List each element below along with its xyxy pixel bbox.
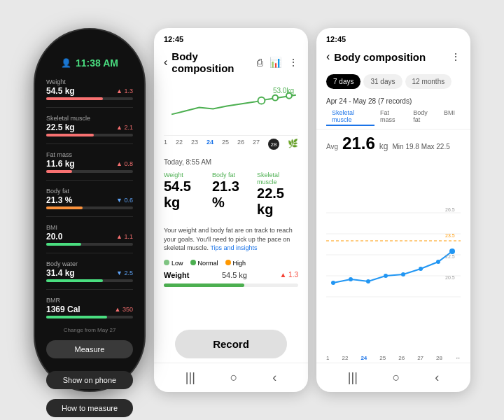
phone2-nav-home[interactable]: ○ [393,370,400,385]
watch-metric-row: Fat mass 11.6 kg ▲ 0.8 [46,151,133,173]
nav-back-icon[interactable]: ‹ [272,370,276,385]
phone2-chart: 26.5 23.5 22.5 20.5 [326,156,461,354]
phone2-x-labels: 1 22 24 25 26 27 28 ↔ [316,354,470,363]
phone2-header: 12:45 [316,28,470,48]
phone1-legend: Low Normal High [154,255,308,268]
sub-tab-bmi[interactable]: BMI [438,108,461,126]
svg-point-13 [401,272,405,276]
svg-text:20.5: 20.5 [445,275,455,280]
phone2-nav-back[interactable]: ‹ [435,370,439,385]
phone2-more-icon[interactable]: ⋮ [451,51,461,62]
phone2-title: Body composition [334,51,447,63]
watch-footer: Change from May 27 [64,327,116,333]
sub-tab-skeletal[interactable]: Skeletal muscle [326,108,374,126]
weight-bar-fill [164,284,244,287]
chart-label: 53.0kg [273,87,294,94]
svg-point-15 [436,260,440,264]
tab-31days[interactable]: 31 days [363,74,402,89]
skeletal-stat: Skeletal muscle 22.5 kg [257,172,298,218]
body-fat-stat: Body fat 21.3 % [212,172,250,218]
svg-point-16 [449,248,455,254]
phone1-title-row: ‹ Body composition ⎙ 📊 ⋮ [154,48,308,80]
phone2-back-icon[interactable]: ‹ [326,50,330,63]
record-button[interactable]: Record [175,330,287,358]
watch-metric-row: Body water 31.4 kg ▼ 2.5 [46,260,133,282]
svg-point-14 [419,267,423,271]
phone2-sub-tabs: Skeletal muscle Fat mass Body fat BMI [316,106,470,130]
leaf-icon: 🌿 [288,139,298,150]
watch-metric-row: Skeletal muscle 22.5 kg ▲ 2.1 [46,115,133,136]
phone2-nav-menu[interactable]: ||| [348,370,358,385]
svg-text:22.5: 22.5 [445,254,455,259]
phone2-period: Apr 24 - May 28 (7 records) [316,94,470,106]
svg-point-11 [366,279,370,284]
phone2-nav: ||| ○ ‹ [316,363,470,392]
phone-screen-2: 12:45 ‹ Body composition ⋮ 7 days 31 day… [316,28,470,392]
sub-tab-bodyfat[interactable]: Body fat [407,108,438,126]
share-icon[interactable]: ⎙ [257,57,262,68]
how-to-measure-button[interactable]: How to measure [46,399,133,417]
svg-point-10 [349,277,353,281]
phone1-date-row: 1 22 23 24 25 26 27 28 🌿 [154,136,308,153]
weight-bar [164,284,298,287]
weight-stat: Weight 54.5 kg [164,172,205,218]
show-on-phone-button[interactable]: Show on phone [46,371,133,389]
tab-7days[interactable]: 7 days [326,74,360,89]
phone2-time: 12:45 [326,35,346,43]
svg-point-9 [331,281,335,285]
phone1-time: 12:45 [164,35,183,43]
watch-metric-row: Body fat 21.3 % ▼ 0.6 [46,188,133,209]
phone2-avg-row: Avg 21.6 kg Min 19.8 Max 22.5 [316,130,470,156]
smartwatch: 👤 11:38 AM Weight 54.5 kg ▲ 1.3 Skeletal… [34,28,146,392]
watch-button-group: Show on phone How to measure Note [46,365,133,420]
chart-icon[interactable]: 📊 [270,57,281,68]
tab-12months[interactable]: 12 months [405,74,452,89]
svg-point-0 [258,97,265,104]
sub-tab-fatmass[interactable]: Fat mass [374,108,407,126]
svg-point-1 [272,95,278,101]
phone1-header: 12:45 [154,28,308,48]
watch-time: 11:38 AM [76,57,118,69]
phone1-today: Today, 8:55 AM [154,153,308,169]
phone-screen-1: 12:45 ‹ Body composition ⎙ 📊 ⋮ 53.0kg 1 … [154,28,308,392]
svg-text:23.5: 23.5 [445,233,455,238]
phone1-icons: ⎙ 📊 ⋮ [257,57,298,68]
watch-metric-row: BMR 1369 Cal ▲ 350 [46,297,133,318]
nav-home-icon[interactable]: ○ [230,370,238,385]
svg-point-12 [384,274,388,278]
phone2-icons: ⋮ [451,51,461,62]
nav-menu-icon[interactable]: ||| [186,370,195,385]
svg-text:26.5: 26.5 [445,207,455,212]
phone1-insight: Your weight and body fat are on track to… [164,226,298,253]
phone1-nav: ||| ○ ‹ [154,363,308,392]
tips-link[interactable]: Tips and insights [210,244,257,251]
phone2-tab-row: 7 days 31 days 12 months [316,69,470,94]
phone2-title-row: ‹ Body composition ⋮ [316,48,470,69]
user-icon: 👤 [61,58,71,68]
watch-metric-row: BMI 20.0 ▲ 1.1 [46,224,133,246]
measure-button[interactable]: Measure [46,340,133,358]
phone1-chart: 53.0kg [164,80,298,136]
watch-metric-row: Weight 54.5 kg ▲ 1.3 [46,78,133,100]
watch-metrics-list: Weight 54.5 kg ▲ 1.3 Skeletal muscle 22.… [46,78,133,318]
phone1-stats: Weight 54.5 kg Body fat 21.3 % Skeletal … [154,169,308,223]
back-icon[interactable]: ‹ [164,56,167,69]
more-icon[interactable]: ⋮ [288,57,298,68]
phone1-title: Body composition [172,50,253,74]
phone1-weight-row: Weight 54.5 kg ▲ 1.3 [154,268,308,282]
